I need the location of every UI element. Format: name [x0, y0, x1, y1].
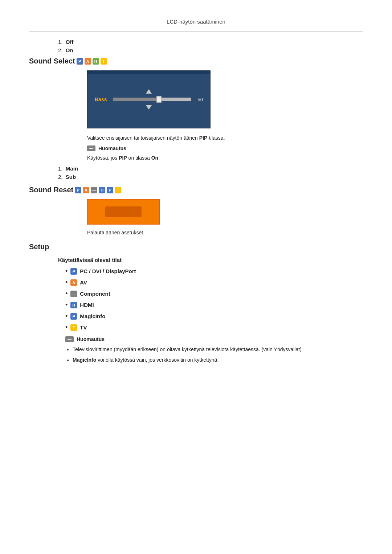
setup-note-label: Huomautus: [77, 336, 105, 342]
sound-select-screen: Bass 50: [87, 70, 211, 128]
badge-a-2: A: [83, 187, 89, 193]
title-rule: [29, 31, 363, 32]
screen-content: Bass 50: [87, 83, 210, 115]
note-label-1: Huomautus: [98, 145, 126, 151]
triangle-up: [146, 89, 152, 94]
slider-track: [113, 98, 191, 101]
badge-hdmi: H: [70, 302, 77, 308]
mode-component-label: Component: [80, 291, 110, 297]
badge-p-1: P: [77, 58, 83, 65]
mode-av-label: AV: [80, 279, 87, 286]
top-rule: [29, 11, 363, 11]
bullet-1: •: [65, 267, 68, 275]
mode-item-pc: • P PC / DVI / DisplayPort: [65, 267, 363, 275]
sound-select-description: Valitsee ensisijaisen tai toissijaisen n…: [87, 134, 363, 142]
triangle-down: [146, 105, 152, 110]
badge-tv: T: [70, 324, 77, 331]
setup-heading: Setup: [29, 243, 363, 251]
page-title: LCD-näytön säätäminen: [29, 19, 363, 25]
bottom-rule: [29, 375, 363, 375]
mode-list: • P PC / DVI / DisplayPort • A AV • — Co…: [65, 267, 363, 331]
available-modes-heading: Käytettävissä olevat tilat: [58, 257, 363, 263]
badge-p-3: P: [107, 187, 113, 193]
badge-p-2: P: [75, 187, 81, 193]
badge-magicinfo: P: [70, 313, 77, 320]
sound-reset-image: [87, 199, 160, 225]
sound-select-label: Sound Select: [29, 57, 75, 65]
sound-select-heading: Sound Select P A H T: [29, 57, 363, 65]
badge-h-2: H: [99, 187, 105, 193]
note-box-1: — Huomautus: [87, 145, 363, 151]
mode-item-tv: • T TV: [65, 324, 363, 331]
bullet-6: •: [65, 324, 68, 331]
mode-item-hdmi: • H HDMI: [65, 301, 363, 309]
sound-reset-label: Sound Reset: [29, 186, 73, 194]
slider-thumb: [156, 96, 162, 103]
badge-pc: P: [70, 268, 77, 275]
sound-reset-description: Palauta äänen asetukset.: [87, 230, 363, 235]
note-badge-1: —: [87, 145, 95, 151]
note-badge-2: —: [65, 336, 74, 342]
list-item-off: 1. Off: [58, 39, 363, 45]
setup-note-item-2: MagicInfo voi olla käytössä vain, jos ve…: [73, 356, 363, 364]
badge-h-1: H: [93, 58, 99, 65]
bullet-4: •: [65, 301, 68, 309]
setup-note-section: — Huomautus Televisiovirittimen (myydään…: [65, 336, 363, 364]
mode-tv-label: TV: [80, 324, 87, 331]
bullet-2: •: [65, 279, 68, 286]
list-item-main: 1. Main: [58, 165, 363, 172]
off-on-list: 1. Off 2. On: [58, 39, 363, 53]
sound-reset-heading: Sound Reset P A — H P T: [29, 186, 363, 194]
list-item-sub: 2. Sub: [58, 174, 363, 180]
slider-label: Bass: [95, 97, 109, 102]
screen-top-bar: [87, 71, 210, 74]
setup-note-item-1: Televisiovirittimen (myydään erikseen) o…: [73, 346, 363, 353]
mode-item-component: • — Component: [65, 290, 363, 297]
mode-magicinfo-label: MagicInfo: [80, 313, 105, 319]
sound-reset-inner: [105, 206, 142, 217]
badge-t-1: T: [101, 58, 107, 65]
list-item-on: 2. On: [58, 47, 363, 53]
mode-item-av: • A AV: [65, 279, 363, 286]
badge-minus-1: —: [91, 187, 97, 193]
main-sub-list: 1. Main 2. Sub: [58, 165, 363, 180]
setup-note-list: Televisiovirittimen (myydään erikseen) o…: [73, 346, 363, 364]
badge-a-1: A: [85, 58, 91, 65]
note-text-1: Käytössä, jos PIP on tilassa On.: [87, 154, 363, 162]
badge-av: A: [70, 279, 77, 286]
mode-hdmi-label: HDMI: [80, 302, 94, 308]
slider-row: Bass 50: [95, 97, 203, 102]
slider-value: 50: [195, 97, 203, 102]
mode-item-magicinfo: • P MagicInfo: [65, 312, 363, 320]
mode-pc-label: PC / DVI / DisplayPort: [80, 268, 136, 274]
setup-note-header: — Huomautus: [65, 336, 363, 342]
bullet-3: •: [65, 290, 68, 297]
badge-t-2: T: [115, 187, 121, 193]
bullet-5: •: [65, 312, 68, 320]
badge-component: —: [70, 291, 77, 297]
